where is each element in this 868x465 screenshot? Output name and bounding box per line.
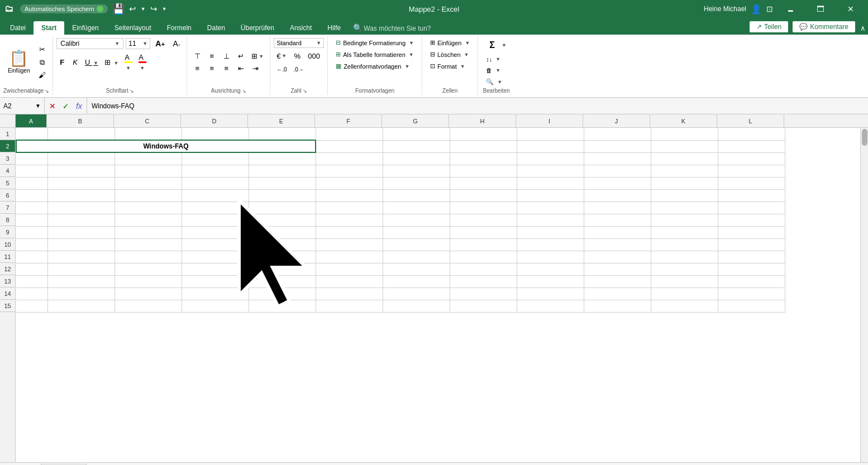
col-header-k[interactable]: K [650,114,717,127]
zellenformatvorlagen-button[interactable]: ▦ Zellenformatvorlagen ▼ [331,61,414,71]
row-header-15[interactable]: 15 [0,300,15,312]
restore-button[interactable]: 🗖 [808,0,833,18]
tabelle-dropdown[interactable]: ▼ [409,52,414,57]
row-header-2[interactable]: 2 [0,140,15,152]
cell-l1[interactable] [718,128,785,140]
underline-dropdown[interactable]: ▼ [93,60,98,66]
font-color-dropdown[interactable]: ▼ [140,65,145,71]
number-format-selector[interactable]: Standard ▼ [274,38,324,48]
sort-filter-button[interactable]: ↕↓ ▼ [481,55,505,64]
tab-daten[interactable]: Daten [199,21,233,35]
cell-a1[interactable] [16,128,47,140]
formula-input[interactable] [87,98,868,114]
wrap-text-button[interactable]: ↵ [234,51,247,62]
sigma-button[interactable]: Σ ▼ [481,38,511,52]
cell-i2[interactable] [517,140,584,152]
row-header-5[interactable]: 5 [0,177,15,189]
cell-f2[interactable] [316,140,383,152]
profile-icon[interactable]: 👤 [751,4,762,15]
als-tabelle-formatieren-button[interactable]: ⊞ Als Tabelle formatieren ▼ [331,50,418,59]
cell-b1[interactable] [47,128,115,140]
row-header-13[interactable]: 13 [0,275,15,287]
bedingte-dropdown[interactable]: ▼ [409,40,414,46]
decrease-font-size-button[interactable]: A- [170,38,183,49]
zellen-einfuegen-dropdown[interactable]: ▼ [465,40,470,46]
name-box[interactable]: A2 ▼ [0,98,45,114]
comment-button[interactable]: 💬 Kommentare [792,21,856,33]
row-header-3[interactable]: 3 [0,152,15,165]
cell-k2[interactable] [651,140,718,152]
tab-start[interactable]: Start [34,21,64,35]
copy-button[interactable]: ⧉ [35,57,49,68]
autosave-toggle[interactable]: Automatisches Speichern [20,4,108,13]
cell-g1[interactable] [383,128,450,140]
cell-c1[interactable] [115,128,182,140]
col-header-a[interactable]: A [16,114,47,127]
left-align-button[interactable]: ≡ [190,63,204,74]
bold-button[interactable]: F [56,57,68,68]
corner-cell[interactable] [0,114,16,127]
merge-dropdown[interactable]: ▼ [259,54,264,59]
find-select-button[interactable]: 🔍 ▼ [481,77,507,87]
mid-align-button[interactable]: ≡ [205,51,218,62]
col-header-j[interactable]: J [583,114,650,127]
name-box-dropdown[interactable]: ▼ [35,103,41,109]
sort-dropdown[interactable]: ▼ [495,56,500,62]
paste-button[interactable]: 📋 Einfügen [3,49,34,76]
row-header-1[interactable]: 1 [0,128,15,140]
col-header-l[interactable]: L [717,114,784,127]
schriftart-expand[interactable]: ↘ [130,88,134,94]
row-header-4[interactable]: 4 [0,165,15,177]
merge-button[interactable]: ⊞ ▼ [249,51,266,62]
cell-a3[interactable] [16,152,47,165]
ausrichtung-expand[interactable]: ↘ [242,88,246,94]
cell-d1[interactable] [182,128,249,140]
fill-color-button[interactable]: A ▼ [122,52,135,73]
tab-datei[interactable]: Datei [2,21,34,35]
top-align-button[interactable]: ⊤ [190,51,204,62]
zellen-einfuegen-button[interactable]: ⊞ Einfügen ▼ [426,38,474,47]
cell-e1[interactable] [249,128,316,140]
currency-button[interactable]: € ▼ [274,50,289,61]
quick-access-dropdown[interactable]: ▼ [162,6,167,12]
italic-button[interactable]: K [69,57,81,68]
row-header-8[interactable]: 8 [0,214,15,226]
formula-cancel-button[interactable]: ✕ [47,100,58,112]
col-header-d[interactable]: D [181,114,248,127]
col-header-e[interactable]: E [248,114,315,127]
row-header-12[interactable]: 12 [0,263,15,275]
zahl-expand[interactable]: ↘ [303,88,307,94]
cell-k1[interactable] [651,128,718,140]
close-button[interactable]: ✕ [838,0,864,18]
cell-g2[interactable] [383,140,450,152]
cut-button[interactable]: ✂ [35,44,49,55]
redo-button[interactable]: ↪ [150,4,158,14]
format-button[interactable]: ⊡ Format ▼ [426,61,470,71]
border-button[interactable]: ⊞ ▼ [102,57,121,68]
save-button[interactable]: 💾 [112,3,125,15]
zellen-loeschen-button[interactable]: ⊟ Löschen ▼ [426,50,474,59]
increase-indent-button[interactable]: ⇥ [249,63,262,74]
row-header-10[interactable]: 10 [0,238,15,251]
zellenformat-dropdown[interactable]: ▼ [404,64,409,69]
vertical-scrollbar[interactable] [860,128,868,462]
col-header-g[interactable]: G [382,114,449,127]
minimize-button[interactable]: 🗕 [778,0,803,18]
row-header-6[interactable]: 6 [0,189,15,202]
row-header-11[interactable]: 11 [0,251,15,263]
tab-seitenlayout[interactable]: Seitenlayout [107,21,159,35]
row-header-14[interactable]: 14 [0,287,15,300]
col-header-b[interactable]: B [47,114,114,127]
cell-a2[interactable]: Windows-FAQ [16,140,316,152]
sigma-dropdown[interactable]: ▼ [502,42,507,48]
tab-ansicht[interactable]: Ansicht [282,21,319,35]
tab-formeln[interactable]: Formeln [159,21,199,35]
undo-button[interactable]: ↩ [129,4,136,14]
scrollbar-thumb[interactable] [862,129,867,146]
decrease-indent-button[interactable]: ⇤ [234,63,247,74]
row-header-7[interactable]: 7 [0,202,15,214]
cell-h1[interactable] [450,128,517,140]
center-align-button[interactable]: ≡ [205,63,218,74]
underline-button[interactable]: U ▼ [83,57,101,68]
bedingte-formatierung-button[interactable]: ⊟ Bedingte Formatierung ▼ [331,38,418,47]
